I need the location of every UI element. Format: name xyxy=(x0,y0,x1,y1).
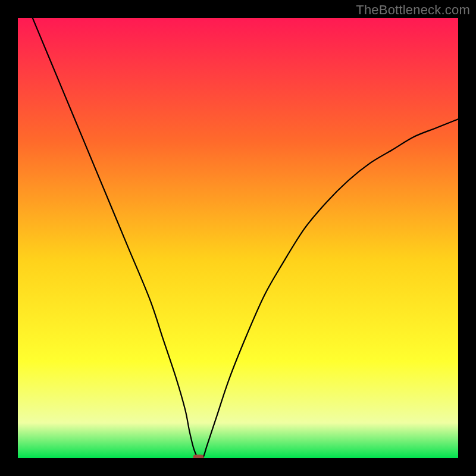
watermark-text: TheBottleneck.com xyxy=(356,2,470,18)
bottleneck-chart xyxy=(18,18,458,458)
chart-frame: TheBottleneck.com xyxy=(0,0,476,476)
dip-marker xyxy=(193,455,203,458)
gradient-background xyxy=(18,18,458,458)
